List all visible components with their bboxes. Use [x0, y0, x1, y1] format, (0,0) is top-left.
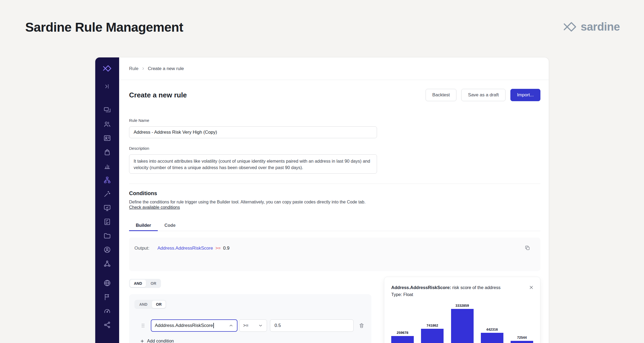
field-combobox[interactable]: Adddress.AddressRiskScore	[151, 319, 237, 332]
sidebar-item-dashboard[interactable]	[100, 103, 114, 117]
field-combobox-value: Adddress.AddressRiskScore	[155, 323, 214, 328]
monitoring-icon	[103, 307, 111, 315]
sidebar-item-accounts[interactable]	[100, 243, 114, 257]
field-info-title: Address.AddressRiskScore: risk score of …	[384, 277, 540, 290]
histogram-column: 3332859	[451, 304, 474, 343]
app-window: Rule Create a new rule Create a new rule…	[95, 57, 549, 343]
add-condition-label: Add condition	[147, 338, 174, 343]
output-value: 0.9	[223, 246, 230, 251]
outer-and-button[interactable]: AND	[130, 280, 146, 287]
sidebar-item-customers[interactable]	[100, 117, 114, 131]
sidebar-item-automation[interactable]	[100, 187, 114, 201]
integrations-icon	[103, 321, 111, 329]
page-header: Create a new rule Backtest Save as a dra…	[129, 89, 540, 101]
inner-and-button[interactable]: AND	[135, 301, 151, 308]
import-button[interactable]: Import...	[510, 89, 540, 101]
text-caret	[213, 323, 214, 328]
field-info-panel: Address.AddressRiskScore: risk score of …	[384, 277, 540, 343]
trash-icon[interactable]	[359, 323, 364, 329]
tab-code[interactable]: Code	[158, 220, 182, 231]
field-info-name: Address.AddressRiskScore:	[391, 285, 451, 290]
sidebar-nav	[100, 103, 114, 332]
inner-or-button[interactable]: OR	[152, 301, 166, 308]
documents-icon	[103, 232, 111, 240]
output-panel: Output: Address.AddressRiskScore >= 0.9	[129, 238, 540, 271]
close-icon[interactable]	[529, 285, 534, 290]
histogram-bar	[511, 341, 533, 343]
outer-logic-toggle: AND OR	[129, 279, 161, 288]
network-icon	[103, 260, 111, 268]
breadcrumb-rule[interactable]: Rule	[129, 66, 138, 71]
rules-icon	[103, 176, 111, 184]
dashboard-icon	[103, 106, 111, 114]
plus-icon	[140, 339, 145, 343]
web-icon	[103, 279, 111, 287]
value-input[interactable]	[270, 319, 354, 332]
conditions-heading: Conditions	[129, 190, 157, 196]
sidebar-item-checklists[interactable]	[100, 215, 114, 229]
drag-handle-icon[interactable]	[141, 323, 145, 328]
merchant-icon	[103, 148, 111, 156]
check-conditions-link[interactable]: Check available conditions	[129, 205, 180, 210]
sidebar-item-insights[interactable]	[100, 159, 114, 173]
identity-icon	[103, 134, 111, 142]
copy-icon[interactable]	[525, 245, 530, 251]
histogram-column: 741862	[421, 323, 444, 343]
sidebar-item-devices[interactable]	[100, 201, 114, 215]
section-divider	[129, 184, 540, 184]
breadcrumb: Rule Create a new rule	[119, 57, 549, 80]
output-field: Address.AddressRiskScore	[158, 246, 213, 251]
output-row: Output: Address.AddressRiskScore >= 0.9	[129, 238, 540, 251]
breadcrumb-current: Create a new rule	[148, 66, 184, 71]
histogram: 259678741862333285944231672544	[384, 304, 540, 343]
inner-logic-toggle: AND OR	[134, 300, 166, 309]
backtest-button[interactable]: Backtest	[426, 89, 456, 101]
histogram-column: 259678	[391, 331, 414, 343]
collapse-sidebar-button[interactable]	[104, 83, 111, 90]
description-input[interactable]: It takes into account attributes like vo…	[129, 154, 377, 174]
sidebar-item-documents[interactable]	[100, 229, 114, 243]
field-info-desc: risk score of the address	[451, 285, 500, 290]
chevron-down-icon	[258, 323, 263, 328]
sidebar-item-integrations[interactable]	[100, 318, 114, 332]
add-condition-button[interactable]: Add condition	[140, 338, 174, 343]
output-label: Output:	[134, 246, 149, 251]
tab-builder[interactable]: Builder	[129, 220, 158, 231]
brand-logo: sardine	[563, 20, 620, 33]
histogram-bar	[391, 336, 414, 343]
sidebar-item-network[interactable]	[100, 257, 114, 271]
brand-name: sardine	[581, 20, 620, 33]
chevron-up-icon	[229, 323, 233, 328]
chevron-right-icon	[141, 67, 145, 71]
condition-group: AND OR Adddress.AddressRiskScore	[129, 294, 371, 343]
customers-icon	[103, 120, 111, 128]
condition-row: Adddress.AddressRiskScore >=	[129, 319, 371, 332]
outer-or-button[interactable]: OR	[147, 280, 160, 287]
bar-value-label: 442316	[486, 327, 498, 331]
accounts-icon	[103, 246, 111, 254]
rule-name-input[interactable]	[129, 126, 377, 138]
histogram-bar	[451, 309, 474, 343]
histogram-bar	[421, 329, 444, 343]
sardine-logo-icon	[563, 21, 577, 33]
description-label: Description	[129, 146, 149, 151]
conditions-subtext: Define the conditions for rule trigger u…	[129, 199, 365, 205]
operator-select[interactable]: >=	[239, 319, 267, 332]
sidebar-item-rules[interactable]	[100, 173, 114, 187]
sidebar-item-monitoring[interactable]	[100, 304, 114, 318]
sidebar-logo-icon	[103, 64, 112, 72]
sidebar-item-web[interactable]	[100, 276, 114, 290]
header-actions: Backtest Save as a draft Import...	[426, 89, 540, 101]
sidebar-item-flags[interactable]	[100, 290, 114, 304]
histogram-column: 442316	[481, 327, 503, 343]
sidebar-item-identity[interactable]	[100, 131, 114, 145]
output-operator: >=	[215, 246, 221, 251]
histogram-column: 72544	[511, 335, 533, 343]
save-draft-button[interactable]: Save as a draft	[461, 89, 505, 101]
devices-icon	[103, 204, 111, 212]
page-title: Sardine Rule Management	[25, 20, 183, 35]
bar-value-label: 3332859	[455, 304, 469, 308]
rule-name-label: Rule Name	[129, 118, 149, 123]
sidebar	[95, 57, 119, 343]
sidebar-item-merchant[interactable]	[100, 145, 114, 159]
